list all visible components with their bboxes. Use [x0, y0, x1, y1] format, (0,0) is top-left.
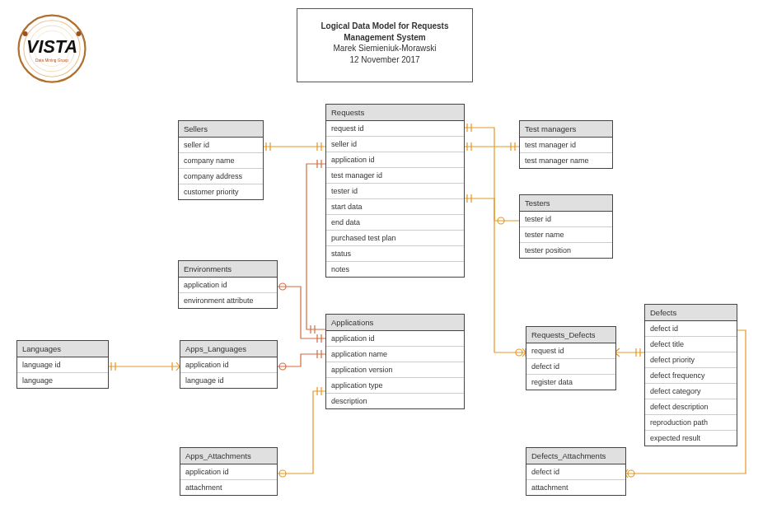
entity-header: Requests: [326, 105, 464, 121]
svg-point-11: [279, 283, 286, 290]
entity-field: application id: [180, 464, 277, 480]
entity-test-managers: Test managers test manager id test manag…: [519, 120, 613, 169]
svg-point-4: [23, 31, 28, 36]
entity-requests-defects: Requests_Defects request id defect id re…: [526, 326, 616, 390]
entity-header: Apps_Languages: [180, 341, 277, 357]
svg-point-10: [279, 470, 286, 477]
entity-field: defect id: [526, 464, 625, 480]
entity-field: application name: [326, 347, 464, 362]
entity-field: reproduction path: [645, 415, 737, 431]
entity-field: application id: [326, 331, 464, 347]
entity-environments: Environments application id environment …: [178, 260, 278, 309]
entity-field: company name: [179, 153, 263, 169]
entity-field: tester id: [520, 212, 612, 227]
entity-defects: Defects defect id defect title defect pr…: [644, 304, 737, 446]
entity-requests: Requests request id seller id applicatio…: [325, 104, 465, 278]
entity-applications: Applications application id application …: [325, 314, 465, 409]
entity-apps-attachments: Apps_Attachments application id attachme…: [180, 447, 278, 496]
entity-field: language: [17, 373, 108, 388]
title-author: Marek Siemieniuk-Morawski: [302, 43, 467, 54]
title-line1: Logical Data Model for Requests: [302, 21, 467, 32]
entity-field: language id: [17, 357, 108, 373]
entity-field: tester name: [520, 227, 612, 243]
svg-text:VISTA: VISTA: [26, 36, 77, 57]
svg-point-8: [516, 349, 522, 356]
entity-field: register data: [526, 375, 615, 390]
svg-point-12: [279, 363, 286, 370]
entity-field: seller id: [179, 138, 263, 153]
entity-field: application version: [326, 362, 464, 378]
entity-apps-languages: Apps_Languages application id language i…: [180, 340, 278, 389]
entity-header: Languages: [17, 341, 108, 357]
entity-field: expected result: [645, 431, 737, 446]
entity-field: defect category: [645, 384, 737, 399]
entity-field: defect title: [645, 337, 737, 352]
title-date: 12 November 2017: [302, 54, 467, 66]
entity-field: defect description: [645, 399, 737, 415]
entity-field: request id: [526, 343, 615, 359]
entity-field: defect priority: [645, 352, 737, 368]
entity-header: Sellers: [179, 121, 263, 138]
entity-header: Defects: [645, 305, 737, 321]
svg-point-7: [498, 217, 504, 224]
entity-field: test manager name: [520, 153, 612, 168]
entity-header: Test managers: [520, 121, 612, 138]
entity-field: company address: [179, 169, 263, 184]
entity-header: Testers: [520, 195, 612, 212]
entity-field: application id: [179, 278, 277, 293]
entity-field: environment attribute: [179, 293, 277, 308]
entity-field: customer priority: [179, 184, 263, 199]
entity-field: end data: [326, 215, 464, 231]
entity-field: attachment: [180, 480, 277, 495]
entity-field: test manager id: [326, 168, 464, 184]
entity-field: defect id: [645, 321, 737, 337]
entity-field: attachment: [526, 480, 625, 495]
entity-header: Requests_Defects: [526, 327, 615, 343]
entity-field: notes: [326, 262, 464, 277]
svg-point-5: [77, 31, 82, 36]
entity-field: language id: [180, 373, 277, 388]
logo-subtext: Data Mining Group: [35, 58, 68, 63]
entity-header: Applications: [326, 315, 464, 331]
entity-languages: Languages language id language: [16, 340, 109, 389]
title-line2: Management System: [302, 32, 467, 44]
entity-field: tester id: [326, 184, 464, 199]
entity-testers: Testers tester id tester name tester pos…: [519, 194, 613, 259]
entity-header: Defects_Attachments: [526, 448, 625, 464]
entity-field: description: [326, 394, 464, 408]
entity-field: status: [326, 246, 464, 262]
diagram-title-box: Logical Data Model for Requests Manageme…: [297, 8, 473, 82]
entity-header: Apps_Attachments: [180, 448, 277, 464]
entity-field: application id: [180, 357, 277, 373]
entity-field: defect frequency: [645, 368, 737, 384]
entity-field: test manager id: [520, 138, 612, 153]
entity-sellers: Sellers seller id company name company a…: [178, 120, 264, 200]
entity-field: request id: [326, 121, 464, 137]
entity-defects-attachments: Defects_Attachments defect id attachment: [526, 447, 626, 496]
brand-logo: VISTA Data Mining Group: [15, 12, 89, 86]
entity-field: defect id: [526, 359, 615, 375]
svg-point-9: [628, 470, 634, 477]
entity-field: application type: [326, 378, 464, 394]
entity-field: seller id: [326, 137, 464, 152]
entity-field: start data: [326, 199, 464, 215]
entity-header: Environments: [179, 261, 277, 278]
entity-field: application id: [326, 152, 464, 168]
entity-field: purchased test plan: [326, 231, 464, 246]
entity-field: tester position: [520, 243, 612, 258]
